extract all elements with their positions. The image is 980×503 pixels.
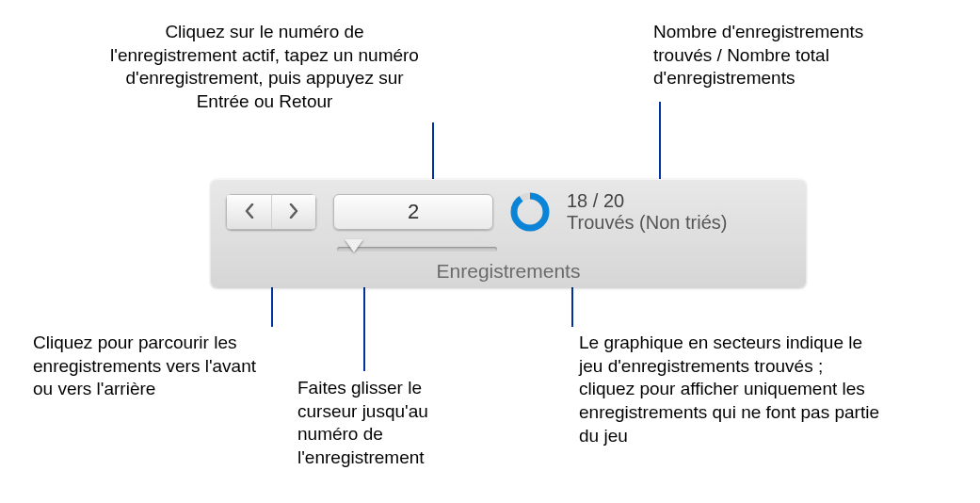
- prev-record-button[interactable]: [226, 194, 271, 230]
- record-slider[interactable]: [337, 239, 497, 258]
- record-number-input[interactable]: [333, 194, 493, 230]
- annotation-found-total: Nombre d'enregistrements trouvés / Nombr…: [653, 21, 898, 90]
- nav-button-group: [226, 194, 316, 230]
- found-set-pie-button[interactable]: [510, 192, 550, 232]
- toolbar-row: 18 / 20 Trouvés (Non triés): [226, 190, 791, 234]
- annotation-slider: Faites glisser le curseur jusqu'au numér…: [297, 377, 486, 470]
- annotation-record-number: Cliquez sur le numéro de l'enregistremen…: [109, 21, 420, 114]
- chevron-left-icon: [244, 200, 255, 224]
- annotation-pie: Le graphique en secteurs indique le jeu …: [579, 332, 880, 447]
- leader-line: [659, 102, 661, 188]
- chevron-right-icon: [288, 200, 299, 224]
- annotation-nav-buttons: Cliquez pour parcourir les enregistremen…: [33, 332, 278, 401]
- found-status-text: Trouvés (Non triés): [567, 212, 727, 234]
- pie-chart-icon: [510, 192, 550, 232]
- svg-point-1: [514, 196, 546, 228]
- found-info: 18 / 20 Trouvés (Non triés): [567, 190, 727, 234]
- slider-thumb-icon: [345, 239, 363, 252]
- found-count-text: 18 / 20: [567, 190, 727, 212]
- next-record-button[interactable]: [271, 194, 316, 230]
- section-label: Enregistrements: [226, 260, 791, 283]
- record-navigation-toolbar: 18 / 20 Trouvés (Non triés) Enregistreme…: [211, 179, 806, 287]
